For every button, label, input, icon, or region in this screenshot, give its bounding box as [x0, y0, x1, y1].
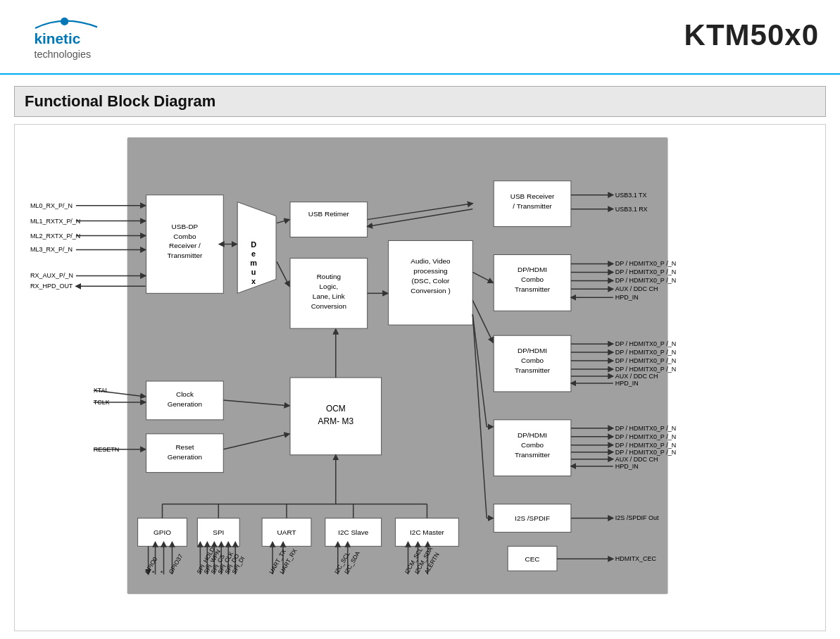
- svg-text:I2CM_SDA: I2CM_SDA: [413, 545, 434, 575]
- svg-text:DP/HDMI: DP/HDMI: [518, 347, 547, 354]
- svg-text:SPI_HOLD: SPI_HOLD: [195, 546, 216, 575]
- diagram-svg: USB-DP Combo Receiver / Transmitter D e …: [15, 125, 825, 631]
- svg-rect-61: [325, 518, 382, 546]
- svg-text:ALERTN: ALERTN: [423, 551, 441, 575]
- svg-text:kinetic: kinetic: [34, 30, 80, 46]
- svg-text:I2C Master: I2C Master: [410, 528, 444, 536]
- svg-text:AUX / DDC CH: AUX / DDC CH: [615, 456, 658, 463]
- svg-text:GPIO37: GPIO37: [168, 552, 184, 575]
- svg-marker-9: [237, 202, 276, 294]
- svg-rect-45: [146, 434, 224, 473]
- svg-text:DP/HDMI: DP/HDMI: [518, 431, 547, 439]
- svg-text:DP / HDMITX0_P /_N: DP / HDMITX0_P /_N: [615, 268, 676, 275]
- svg-text:Receiver /: Receiver /: [169, 242, 201, 250]
- svg-text:Routing: Routing: [317, 273, 341, 280]
- svg-line-74: [368, 204, 473, 220]
- header: kinetic technologies KTM50x0: [0, 0, 840, 75]
- svg-text:OCM: OCM: [326, 404, 346, 414]
- svg-rect-4: [146, 195, 224, 294]
- svg-rect-48: [290, 378, 382, 455]
- svg-text:Combo: Combo: [521, 275, 544, 283]
- svg-text:HPD_IN: HPD_IN: [615, 380, 639, 387]
- svg-text:DP / HDMITX0_P /_N: DP / HDMITX0_P /_N: [615, 425, 676, 432]
- svg-text:UART: UART: [277, 528, 296, 536]
- svg-text:TCLK: TCLK: [94, 399, 110, 406]
- svg-text:DP / HDMITX0_P /_N: DP / HDMITX0_P /_N: [615, 433, 676, 440]
- svg-line-87: [223, 434, 289, 449]
- svg-text:USB-DP: USB-DP: [172, 223, 199, 230]
- logo-area: kinetic technologies: [14, 11, 113, 68]
- svg-text:GPIO0: GPIO0: [144, 556, 159, 576]
- svg-text:m: m: [250, 259, 257, 267]
- svg-text:Clock: Clock: [176, 390, 194, 398]
- svg-text:HDMITX_CEC: HDMITX_CEC: [615, 555, 657, 562]
- svg-text:CEC: CEC: [525, 555, 540, 563]
- svg-text:DP / HDMITX0_P /_N: DP / HDMITX0_P /_N: [615, 260, 676, 267]
- svg-text:Combo: Combo: [173, 232, 196, 240]
- svg-text:UART_TX: UART_TX: [268, 548, 287, 576]
- svg-text:technologies: technologies: [34, 49, 91, 60]
- svg-text:Audio, Video: Audio, Video: [410, 257, 451, 265]
- svg-text:HPD_IN: HPD_IN: [615, 294, 639, 301]
- svg-line-77: [472, 272, 493, 283]
- svg-rect-57: [197, 518, 239, 546]
- svg-rect-30: [494, 254, 571, 311]
- svg-text:UART_RX: UART_RX: [278, 547, 299, 575]
- svg-text:I2C_SCL: I2C_SCL: [333, 550, 351, 575]
- svg-text:SPI_CS: SPI_CS: [209, 553, 226, 575]
- svg-text:I2C_SDA: I2C_SDA: [343, 550, 361, 575]
- svg-text:SPI_WPN: SPI_WPN: [202, 548, 222, 575]
- svg-text:AUX / DDC CH: AUX / DDC CH: [615, 373, 658, 380]
- svg-text:Logic,: Logic,: [320, 283, 339, 290]
- svg-text:GPIO: GPIO: [153, 528, 171, 536]
- svg-text:Conversion: Conversion: [311, 302, 346, 310]
- svg-text:USB3.1 TX: USB3.1 TX: [615, 192, 647, 199]
- svg-text:DP / HDMITX0_P /_N: DP / HDMITX0_P /_N: [615, 366, 676, 373]
- svg-text:USB3.1 RX: USB3.1 RX: [615, 206, 648, 213]
- svg-text:ML2_RXTX_P/_N: ML2_RXTX_P/_N: [30, 232, 80, 240]
- company-logo: kinetic technologies: [14, 11, 113, 68]
- svg-rect-15: [290, 202, 368, 237]
- svg-text:RX_AUX_P/_N: RX_AUX_P/_N: [30, 272, 73, 279]
- svg-text:Lane, Link: Lane, Link: [313, 292, 345, 300]
- svg-rect-51: [494, 504, 571, 533]
- svg-text:Transmitter: Transmitter: [515, 451, 551, 459]
- diagram-outer: USB-DP Combo Receiver / Transmitter D e …: [14, 124, 826, 631]
- svg-text:Generation: Generation: [168, 400, 202, 408]
- svg-text:HPD_IN: HPD_IN: [615, 463, 639, 470]
- svg-rect-53: [508, 546, 557, 571]
- svg-text:ML0_RX_P/_N: ML0_RX_P/_N: [30, 202, 73, 209]
- svg-text:Transmitter: Transmitter: [167, 252, 203, 259]
- svg-text:Combo: Combo: [521, 441, 544, 449]
- svg-text:DP / HDMITX0_P /_N: DP / HDMITX0_P /_N: [615, 340, 676, 347]
- svg-rect-27: [494, 181, 571, 227]
- svg-text:DP / HDMITX0_P /_N: DP / HDMITX0_P /_N: [615, 277, 676, 284]
- svg-line-81: [472, 314, 487, 518]
- svg-line-78: [472, 300, 493, 342]
- svg-rect-17: [290, 258, 368, 328]
- svg-text:DP / HDMITX0_P /_N: DP / HDMITX0_P /_N: [615, 349, 676, 356]
- svg-text:DP / HDMITX0_P /_N: DP / HDMITX0_P /_N: [615, 442, 676, 449]
- svg-text:RX_HPD_OUT: RX_HPD_OUT: [30, 283, 73, 290]
- svg-text:e: e: [251, 249, 256, 258]
- svg-text:I2C Slave: I2C Slave: [338, 528, 369, 536]
- svg-text:Reset: Reset: [175, 443, 194, 451]
- svg-line-72: [277, 220, 289, 223]
- svg-text:USB Retimer: USB Retimer: [308, 210, 350, 218]
- svg-text:Combo: Combo: [521, 356, 544, 364]
- svg-text:/ Transmitter: / Transmitter: [513, 202, 552, 210]
- svg-rect-3: [127, 137, 668, 594]
- svg-text:SPI_DI: SPI_DI: [230, 555, 246, 575]
- svg-text:u: u: [251, 268, 256, 276]
- svg-text:ML3_RX_P/_N: ML3_RX_P/_N: [30, 246, 73, 253]
- svg-line-79: [472, 314, 487, 427]
- svg-text:XTAL: XTAL: [94, 387, 109, 394]
- svg-text:Generation: Generation: [168, 453, 202, 461]
- svg-line-73: [277, 261, 289, 286]
- svg-text:Transmitter: Transmitter: [515, 366, 551, 374]
- svg-rect-38: [494, 420, 571, 476]
- svg-line-83: [94, 390, 146, 397]
- svg-rect-34: [494, 335, 571, 392]
- svg-text:I2S /SPDIF Out: I2S /SPDIF Out: [615, 514, 659, 521]
- svg-text:AUX / DDC CH: AUX / DDC CH: [615, 285, 658, 292]
